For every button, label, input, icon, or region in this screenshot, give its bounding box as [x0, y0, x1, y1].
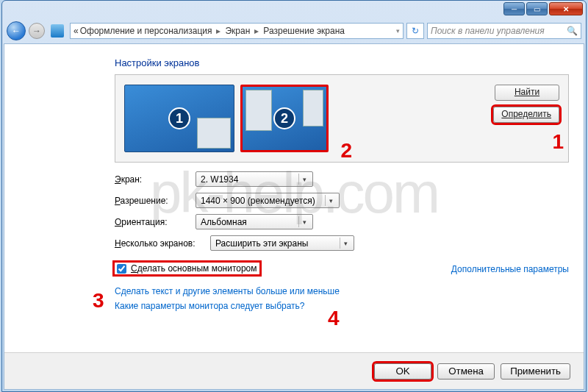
breadcrumb[interactable]: « Оформление и персонализация ▸ Экран ▸ … — [70, 23, 404, 39]
annotation-3: 3 — [93, 289, 104, 313]
minimize-button[interactable]: ─ — [503, 2, 525, 15]
breadcrumb-item[interactable]: Экран — [225, 26, 250, 36]
display-label: Экран: — [115, 174, 196, 185]
annotation-2: 2 — [340, 139, 352, 163]
advanced-row: Сделать основным монитором Дополнительны… — [115, 257, 569, 282]
chevron-right-icon: ▸ — [213, 26, 223, 36]
display-settings-form: Экран: 2. W1934 ▾ Разрешение: 1440 × 900… — [115, 171, 569, 251]
advanced-settings-link[interactable]: Дополнительные параметры — [451, 264, 569, 274]
make-main-display-checkbox[interactable] — [117, 264, 126, 274]
annotation-4: 4 — [328, 307, 340, 330]
mini-window-icon — [245, 90, 272, 131]
chevron-down-icon: ▾ — [325, 195, 336, 206]
breadcrumb-item[interactable]: Оформление и персонализация — [80, 26, 212, 36]
ok-button[interactable]: OK — [374, 363, 431, 379]
mini-window-icon — [303, 90, 323, 126]
nav-forward-button[interactable]: → — [29, 23, 45, 39]
breadcrumb-item[interactable]: Разрешение экрана — [263, 26, 345, 36]
search-icon: 🔍 — [567, 26, 578, 36]
display-select[interactable]: 2. W1934 ▾ — [196, 171, 313, 187]
address-bar: ← → « Оформление и персонализация ▸ Экра… — [2, 20, 586, 42]
titlebar: ─ ▭ ✕ — [2, 1, 586, 20]
arrow-left-icon: ← — [12, 26, 21, 36]
annotation-1: 1 — [552, 130, 564, 154]
multi-displays-value: Расширить эти экраны — [215, 238, 308, 249]
cancel-button[interactable]: Отмена — [437, 363, 495, 379]
orientation-select[interactable]: Альбомная ▾ — [196, 214, 313, 229]
chevron-down-icon: ▾ — [298, 174, 309, 185]
refresh-button[interactable]: ↻ — [406, 23, 424, 39]
refresh-icon: ↻ — [412, 26, 419, 36]
multi-displays-label: Несколько экранов: — [115, 238, 210, 249]
mini-window-icon — [197, 118, 231, 149]
breadcrumb-prefix: « — [74, 26, 79, 36]
make-main-display-row: Сделать основным монитором — [115, 263, 259, 274]
content-area: Настройки экранов 1 2 2 Найти — [4, 43, 584, 390]
dialog-button-bar: OK Отмена Применить — [4, 352, 584, 389]
monitor-arrangement-area[interactable]: 1 2 2 Найти Определить 1 — [115, 74, 569, 163]
arrow-right-icon: → — [32, 26, 41, 36]
side-buttons: Найти Определить 1 — [493, 85, 559, 152]
identify-displays-button[interactable]: Определить — [493, 107, 559, 123]
chevron-right-icon: ▸ — [251, 26, 262, 36]
chevron-down-icon: ▾ — [340, 238, 351, 249]
maximize-button[interactable]: ▭ — [526, 2, 548, 15]
resolution-value: 1440 × 900 (рекомендуется) — [201, 196, 315, 206]
chevron-down-icon: ▾ — [298, 216, 309, 227]
which-settings-link[interactable]: Какие параметры монитора следует выбрать… — [115, 301, 569, 311]
orientation-label: Ориентация: — [115, 217, 196, 227]
orientation-value: Альбомная — [201, 217, 247, 227]
search-input[interactable]: Поиск в панели управления 🔍 — [427, 23, 581, 39]
resolution-select[interactable]: 1440 × 900 (рекомендуется) ▾ — [196, 193, 340, 208]
multi-displays-select[interactable]: Расширить эти экраны ▾ — [210, 235, 354, 251]
monitor-number-badge: 1 — [168, 107, 190, 129]
search-placeholder: Поиск в панели управления — [431, 26, 545, 36]
dropdown-history-icon[interactable]: ▾ — [396, 27, 400, 35]
find-displays-button[interactable]: Найти — [495, 85, 559, 101]
monitor-1[interactable]: 1 — [124, 85, 234, 152]
monitor-2[interactable]: 2 — [240, 85, 329, 152]
resolution-label: Разрешение: — [115, 196, 196, 206]
make-main-display-label: Сделать основным монитором — [131, 263, 257, 274]
monitors-row: 1 2 2 — [124, 85, 334, 152]
apply-button[interactable]: Применить — [501, 363, 570, 379]
close-button[interactable]: ✕ — [549, 2, 583, 15]
text-size-link[interactable]: Сделать текст и другие элементы больше и… — [115, 286, 569, 296]
settings-panel: Настройки экранов 1 2 2 Найти — [4, 44, 584, 352]
display-value: 2. W1934 — [201, 174, 238, 185]
nav-back-button[interactable]: ← — [7, 21, 26, 40]
window-frame: ─ ▭ ✕ ← → « Оформление и персонализация … — [1, 0, 587, 392]
monitor-number-badge: 2 — [273, 107, 295, 129]
page-title: Настройки экранов — [115, 57, 569, 68]
control-panel-icon — [51, 24, 64, 38]
